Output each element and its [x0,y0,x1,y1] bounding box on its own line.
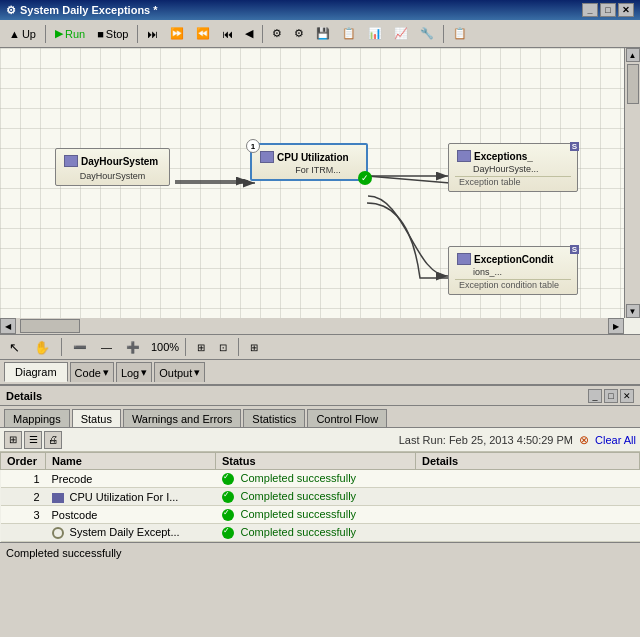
hscroll-left-btn[interactable]: ◀ [0,318,16,334]
node-dayhoursystem[interactable]: DayHourSystem DayHourSystem [55,148,170,186]
row-name: System Daily Except... [46,524,216,542]
toolbar-btn-12[interactable]: 🔧 [415,23,439,45]
zoom-fit-button[interactable]: — [96,336,117,358]
details-minimize-btn[interactable]: _ [588,389,602,403]
run-button[interactable]: ▶ Run [50,23,90,45]
row-status: Completed successfully [216,524,416,542]
vscroll-track[interactable] [627,62,639,304]
clear-all-button[interactable]: Clear All [595,434,636,446]
node-exceptioncond-label: ExceptionCondit [474,254,553,265]
status-table-container: Order Name Status Details 1 Precode Comp… [0,452,640,542]
zoom-out-button[interactable]: ➖ [68,336,92,358]
toolbar-btn-13[interactable]: 📋 [448,23,472,45]
node-cpu-subtitle: For ITRM... [258,165,360,175]
row-order: 2 [1,488,46,506]
toolbar-btn-5[interactable]: ◀ [240,23,258,45]
node-exceptioncond[interactable]: S ExceptionCondit ions_... Exception con… [448,246,578,295]
toolbar-sep-1 [45,25,46,43]
dt-print-btn[interactable]: 🖨 [44,431,62,449]
status-success-icon [222,527,234,539]
vscroll-thumb[interactable] [627,64,639,104]
details-maximize-btn[interactable]: □ [604,389,618,403]
table-row: 2 CPU Utilization For I... Completed suc… [1,488,640,506]
hscroll-track[interactable] [16,318,608,334]
btoolbar-sep [61,338,62,356]
details-controls: _ □ ✕ [588,389,634,403]
node-exceptioncond-header: ExceptionCondit [455,251,571,267]
toolbar-btn-7[interactable]: ⚙ [289,23,309,45]
node-dayhoursystem-label: DayHourSystem [81,156,158,167]
maximize-button[interactable]: □ [600,3,616,17]
node-cpu-title: CPU Utilization [258,149,360,165]
layout-button[interactable]: ⊡ [214,336,232,358]
expand-button[interactable]: ⊞ [245,336,263,358]
title-bar-left: ⚙ System Daily Exceptions * [6,4,158,17]
details-title: Details [6,390,42,402]
status-bar: Completed successfully [0,542,640,562]
close-button[interactable]: ✕ [618,3,634,17]
main-tabs-bar: Diagram Code ▾ Log ▾ Output ▾ [0,360,640,384]
toolbar-btn-8[interactable]: 💾 [311,23,335,45]
canvas-hscrollbar[interactable]: ◀ ▶ [0,318,624,334]
vscroll-up-btn[interactable]: ▲ [626,48,640,62]
row-status: Completed successfully [216,470,416,488]
status-tab-controlflow[interactable]: Control Flow [307,409,387,427]
toolbar-btn-11[interactable]: 📈 [389,23,413,45]
hscroll-right-btn[interactable]: ▶ [608,318,624,334]
up-label: Up [22,28,36,40]
toolbar-btn-4[interactable]: ⏮ [217,23,238,45]
vscroll-down-btn[interactable]: ▼ [626,304,640,318]
tab-diagram[interactable]: Diagram [4,362,68,382]
status-text: Completed successfully [241,490,357,502]
toolbar-btn-2[interactable]: ⏩ [165,23,189,45]
row-name: Postcode [46,506,216,524]
dt-list-btn[interactable]: ☰ [24,431,42,449]
toolbar-btn-1[interactable]: ⏭ [142,23,163,45]
zoom-in-button[interactable]: ➕ [121,336,145,358]
up-button[interactable]: ▲ Up [4,23,41,45]
tab-output[interactable]: Output ▾ [154,362,205,382]
tab-log[interactable]: Log ▾ [116,362,152,382]
stop-icon: ■ [97,28,104,40]
tab-output-arrow: ▾ [194,366,200,379]
grid-button[interactable]: ⊞ [192,336,210,358]
node-exceptioncond-icon [457,253,471,265]
dt-grid-btn[interactable]: ⊞ [4,431,22,449]
node-row-icon [52,493,64,503]
diagram-canvas[interactable]: DayHourSystem DayHourSystem 1 CPU Utiliz… [0,48,640,318]
canvas-vscrollbar[interactable]: ▲ ▼ [624,48,640,318]
details-header: Details _ □ ✕ [0,386,640,406]
status-tab-mappings[interactable]: Mappings [4,409,70,427]
table-row: System Daily Except... Completed success… [1,524,640,542]
svg-line-1 [367,176,450,183]
status-text: Completed successfully [241,508,357,520]
status-tab-status[interactable]: Status [72,409,121,427]
btoolbar-sep3 [238,338,239,356]
status-tab-statistics[interactable]: Statistics [243,409,305,427]
pan-tool-button[interactable]: ✋ [29,336,55,358]
status-success-icon [222,473,234,485]
toolbar-btn-6[interactable]: ⚙ [267,23,287,45]
tab-diagram-label: Diagram [15,366,57,378]
bottom-toolbar: ↖ ✋ ➖ — ➕ 100% ⊞ ⊡ ⊞ [0,334,640,360]
tab-code[interactable]: Code ▾ [70,362,114,382]
status-tab-warnings[interactable]: Warnings and Errors [123,409,241,427]
node-cpu[interactable]: 1 CPU Utilization For ITRM... ✓ [250,143,368,181]
node-dayhoursystem-icon [64,155,78,167]
details-action-toolbar: ⊞ ☰ 🖨 Last Run: Feb 25, 2013 4:50:29 PM … [0,428,640,452]
node-exceptions[interactable]: S Exceptions_ DayHourSyste... Exception … [448,143,578,192]
hscroll-thumb[interactable] [20,319,80,333]
row-details [416,470,640,488]
minimize-button[interactable]: _ [582,3,598,17]
toolbar-btn-3[interactable]: ⏪ [191,23,215,45]
stop-button[interactable]: ■ Stop [92,23,133,45]
toolbar-btn-9[interactable]: 📋 [337,23,361,45]
status-tab-controlflow-label: Control Flow [316,413,378,425]
title-bar: ⚙ System Daily Exceptions * _ □ ✕ [0,0,640,20]
tab-output-label: Output [159,367,192,379]
exceptioncond-s-badge: S [570,245,579,254]
toolbar-btn-10[interactable]: 📊 [363,23,387,45]
details-close-btn[interactable]: ✕ [620,389,634,403]
main-toolbar: ▲ Up ▶ Run ■ Stop ⏭ ⏩ ⏪ ⏮ ◀ ⚙ ⚙ 💾 📋 📊 📈 … [0,20,640,48]
select-tool-button[interactable]: ↖ [4,336,25,358]
